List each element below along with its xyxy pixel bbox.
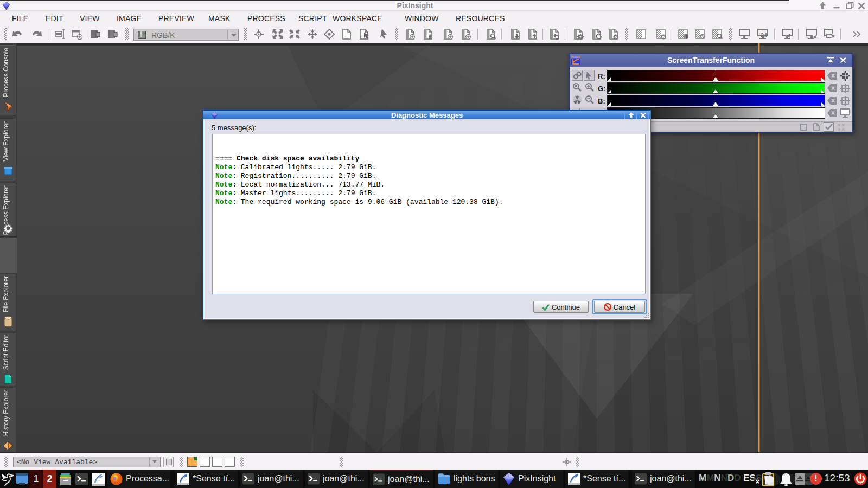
svg-text:24: 24 (761, 32, 768, 38)
